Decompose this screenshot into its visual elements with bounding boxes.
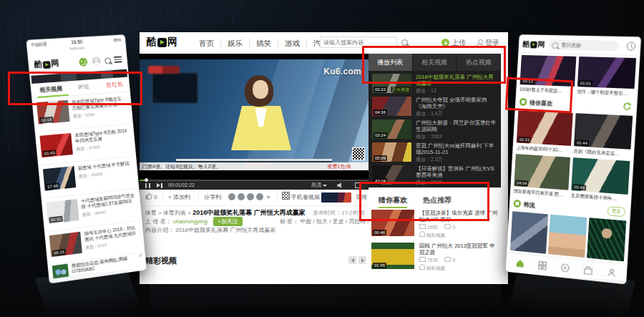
now-playing-badge: 正在播放 [391, 87, 411, 92]
share-icons [227, 190, 270, 205]
downloads-box-icon[interactable] [583, 265, 594, 275]
nav-funny[interactable]: 搞笑 [250, 39, 278, 47]
pause-icon[interactable] [145, 183, 150, 188]
category-label[interactable]: 精彩视频 [426, 233, 445, 238]
volume-icon[interactable] [337, 182, 344, 188]
video-caption[interactable]: 上海年内建3000个3G… [516, 145, 571, 155]
view-count: 7678 [427, 258, 437, 263]
like-button[interactable]: 0 [145, 190, 157, 205]
search-bar[interactable] [548, 39, 619, 51]
stats-row: 76780 [419, 257, 498, 263]
share-icon-1[interactable] [228, 193, 235, 200]
mobile-watch-label: 手机看视频 [291, 194, 320, 200]
inline-ad-banner[interactable] [321, 192, 351, 203]
video-thumbnail[interactable] [510, 211, 548, 254]
ticker-fee: 资费1元/条 [327, 162, 351, 170]
emoji-face-icon[interactable] [79, 57, 88, 67]
carousel-next-icon[interactable] [358, 256, 366, 264]
video-thumbnail: 00:30 [46, 199, 79, 224]
playlist-item[interactable]: 03:24 广州恒大新援：阿兰萨尔茨堡红牛生涯回顾播放：1663 [369, 119, 501, 141]
video-player[interactable]: Ku6.com 门票4张。送给3位观众。每人2张。资费1元/条 [140, 54, 369, 180]
desktop-reflection [150, 285, 501, 313]
video-thumbnail[interactable]: 04:04 [514, 154, 570, 190]
ticker-text: 门票4张。送给3位观众。每人2张。 [142, 164, 221, 169]
time-display: 00:01/02:22 [168, 181, 195, 190]
video-caption[interactable]: 国际影视节目展开幕 西… [514, 188, 569, 199]
video-title: 广州恒大新援：阿兰萨尔茨堡红牛生涯回顾 [416, 120, 497, 132]
follow-button[interactable]: +加关注 [213, 217, 243, 226]
close-icon[interactable]: ✕ [138, 253, 142, 259]
share-icon-2[interactable] [238, 193, 245, 200]
studio-screen [153, 74, 197, 102]
menu-icon[interactable] [114, 56, 122, 63]
duration-badge: 05:09 [374, 155, 387, 161]
categories-grid-icon[interactable] [537, 260, 547, 271]
nav-home[interactable]: 首页 [192, 39, 221, 47]
mobile-watch-link[interactable]: 手机看视频 [282, 190, 320, 205]
quality-selector[interactable]: 高清 [311, 181, 327, 190]
share-more-icon[interactable] [266, 196, 270, 199]
nav-entertainment[interactable]: 娱乐 [221, 39, 250, 47]
view-count: 播放：2.3万 [416, 156, 497, 163]
search-icon [552, 42, 558, 49]
search-input[interactable] [560, 39, 619, 52]
profile-icon[interactable] [606, 267, 617, 278]
video-title: 回顾 广州恒大 2013亚冠冠军 夺冠之路 [419, 243, 498, 255]
play-circle-icon[interactable] [560, 263, 570, 273]
video-actions: 0 + 添加到 分享到: 手机看视频 举报 [140, 190, 369, 206]
video-caption[interactable]: 北京懋隆集团十周年… [570, 192, 628, 203]
more-button[interactable]: 更多 [608, 206, 626, 217]
refresh-icon[interactable] [622, 102, 632, 112]
video-thumbnail[interactable]: 02:33 [517, 110, 573, 146]
description-label: 内容介绍： [145, 227, 174, 233]
video-thumbnail: 05:09 [372, 142, 411, 162]
publish-time: 发布时间：17小时前 [313, 210, 365, 216]
uploader-name[interactable]: chaorongying [173, 218, 208, 225]
avatar-icon[interactable] [92, 57, 101, 66]
next-icon[interactable] [157, 183, 163, 188]
history-clock-icon[interactable] [627, 42, 636, 51]
playlist-item[interactable]: 05:09 亚冠 广州恒大vs迪拜阿赫利 下半场2015-11-21播放：2.3… [369, 142, 501, 164]
progress-knob[interactable] [145, 178, 148, 182]
duration-badge: 00:49 [572, 184, 586, 190]
search-icon[interactable] [104, 57, 111, 64]
video-thumbnail: 04:36 [372, 97, 411, 116]
video-thumbnail: 06:15 [49, 232, 82, 258]
category-label[interactable]: 精彩视频 [426, 265, 445, 270]
uploader-row: 上 传 者： chaorongying +加关注 标 签： 中超 / 恒大 / … [145, 217, 382, 226]
video-thumbnail[interactable] [587, 218, 626, 261]
video-thumbnail[interactable]: 01:01 [577, 57, 636, 89]
video-thumbnail: 01:45 [371, 243, 414, 269]
duration-badge: 04:04 [515, 180, 528, 186]
play-triangle-icon [157, 38, 167, 47]
video-thumbnail[interactable] [548, 215, 587, 258]
channel-badge [148, 66, 180, 74]
duration-badge: 02:22 [374, 87, 387, 92]
add-to-button[interactable]: + 添加到 [168, 190, 190, 205]
tags-label: 标 签： [280, 218, 298, 225]
duration-badge: 04:36 [374, 109, 387, 115]
video-thumbnail[interactable]: 01:44 [574, 113, 633, 150]
ku6-logo[interactable]: 酷网 [34, 59, 59, 71]
video-frame: Ku6.com 门票4张。送给3位观众。每人2张。资费1元/条 [140, 59, 369, 170]
qr-mini-icon [282, 192, 290, 200]
uploader-label: 上 传 者： [145, 218, 171, 225]
search-icon[interactable] [401, 39, 408, 46]
phone-right-panel: 酷网 03:13 01:01 100秒看太子奇葩追… 倪萍：哪个明星不整容… 猜… [506, 34, 642, 284]
share-icon-3[interactable] [247, 193, 254, 200]
home-icon[interactable] [515, 258, 525, 268]
share-icon-4[interactable] [256, 193, 263, 200]
divider [277, 193, 278, 202]
video-thumbnail: 17:49 [43, 166, 76, 191]
video-thumbnail[interactable]: 00:49 [571, 157, 630, 195]
breadcrumb-path[interactable]: 体育 > 体育列表 > [145, 210, 191, 216]
video-caption[interactable]: 倪萍：哪个明星不整容… [577, 89, 634, 97]
ku6-logo[interactable]: 酷网 [522, 39, 545, 49]
carousel-prev-icon[interactable] [348, 256, 356, 264]
video-caption[interactable]: 喜剧《我的兄弟是逗… [573, 148, 630, 158]
recommend-item[interactable]: 01:45 回顾 广州恒大 2013亚冠冠军 夺冠之路 76780 精彩视频 [371, 243, 499, 271]
nav-games[interactable]: 游戏 [278, 39, 307, 47]
video-title: 广州恒大夺冠 全场齐唱黄家驹《海阔天空》 [416, 97, 497, 109]
playlist-item[interactable]: 04:36 广州恒大夺冠 全场齐唱黄家驹《海阔天空》播放：1.4万 [369, 96, 501, 118]
ku6-logo[interactable]: 酷网 [147, 36, 177, 49]
